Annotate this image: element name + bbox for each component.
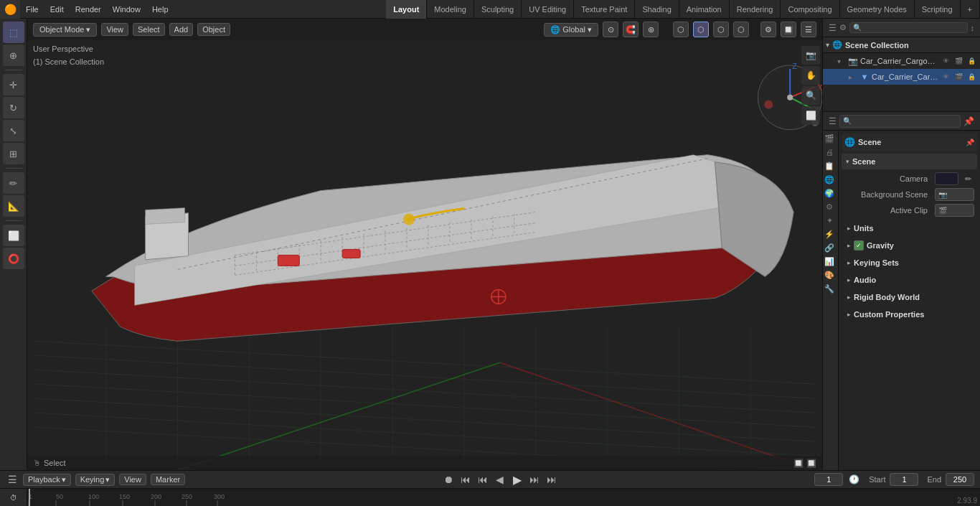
jump-end-btn[interactable]: ⏭ (545, 473, 558, 486)
record-btn[interactable]: ⏺ (442, 473, 455, 486)
tool-add-circle[interactable]: ⭕ (3, 248, 24, 269)
keying-sets-header[interactable]: ▸ Keying Sets (842, 256, 977, 270)
custom-props-header[interactable]: ▸ Custom Properties (842, 307, 977, 322)
props-tab-modifiers[interactable]: 🔧 (823, 282, 836, 295)
tab-texture-paint[interactable]: Texture Paint (574, 0, 635, 19)
outliner-item-1[interactable]: ▸ ▼ Car_Carrier_Cargo_Ship_ 👁 🎬 🔒 (823, 69, 980, 85)
outliner-item-0[interactable]: ▾ 📷 Car_Carrier_Cargo_Ship 👁 🎬 🔒 (823, 53, 980, 69)
props-tab-physics[interactable]: ⚡ (823, 228, 836, 240)
tool-scale[interactable]: ⤡ (3, 120, 24, 141)
object-mode-button[interactable]: Object Mode ▾ (33, 23, 97, 37)
scene-pin-btn[interactable]: 📌 (966, 139, 974, 146)
props-tab-render[interactable]: 🎬 (823, 132, 836, 145)
overlay-toggle-button[interactable]: ☰ (801, 22, 816, 37)
tab-shading[interactable]: Shading (635, 0, 679, 19)
next-keyframe-btn[interactable]: ⏭ (528, 473, 541, 486)
viewport-options-button[interactable]: ⚙ (760, 22, 776, 37)
props-tab-scene[interactable]: 🌐 (823, 173, 836, 186)
object-menu-button[interactable]: Object (197, 23, 230, 36)
tab-add[interactable]: + (961, 0, 980, 19)
proportional-edit-button[interactable]: ⊚ (643, 22, 659, 37)
view-button[interactable]: View (119, 474, 146, 485)
viewport-shading-solid[interactable]: ⬡ (693, 22, 709, 37)
select-menu-button[interactable]: Select (133, 23, 165, 36)
camera-dropper-btn[interactable]: ✏ (961, 172, 974, 185)
props-tab-view-layer[interactable]: 📋 (823, 159, 836, 172)
start-frame-input[interactable]: 1 (890, 473, 918, 486)
filter-icon[interactable]: ⚙ (839, 23, 847, 32)
viewport-shading-material[interactable]: ⬡ (713, 22, 729, 37)
menu-edit[interactable]: Edit (44, 0, 70, 19)
props-menu-icon[interactable]: ☰ (829, 116, 837, 126)
menu-file[interactable]: File (20, 0, 44, 19)
tool-transform[interactable]: ⊞ (3, 143, 24, 164)
tab-modeling[interactable]: Modeling (427, 0, 474, 19)
props-tab-data[interactable]: 📊 (823, 255, 836, 268)
rigid-body-header[interactable]: ▸ Rigid Body World (842, 290, 977, 304)
tool-measure[interactable]: 📐 (3, 195, 24, 217)
active-clip-value[interactable]: 🎬 (935, 204, 974, 217)
visibility-toggle-1[interactable]: 👁 (940, 71, 951, 83)
props-tab-world[interactable]: 🌍 (823, 187, 836, 200)
menu-help[interactable]: Help (146, 0, 174, 19)
viewport-3d[interactable]: Object Mode ▾ View Select Add Object 🌐 G… (27, 19, 822, 470)
render-toggle-1[interactable]: 🎬 (953, 71, 964, 83)
view-menu-button[interactable]: View (101, 23, 128, 36)
props-search-input[interactable] (839, 115, 961, 128)
snap-button[interactable]: 🧲 (623, 22, 639, 37)
props-tab-particles[interactable]: ✦ (823, 214, 836, 227)
tab-layout[interactable]: Layout (386, 0, 427, 19)
viewport-shading-render[interactable]: ⬡ (733, 22, 749, 37)
units-header[interactable]: ▸ Units (842, 221, 977, 235)
transform-global-button[interactable]: 🌐 Global ▾ (544, 23, 598, 37)
menu-window[interactable]: Window (107, 0, 146, 19)
tool-add-cube[interactable]: ⬜ (3, 225, 24, 246)
camera-value[interactable] (935, 172, 958, 185)
play-btn[interactable]: ▶ (511, 473, 524, 486)
viewport-move-btn[interactable]: ✋ (801, 66, 820, 85)
render-toggle-0[interactable]: 🎬 (953, 55, 964, 67)
visibility-toggle-0[interactable]: 👁 (940, 55, 951, 67)
add-menu-button[interactable]: Add (169, 23, 194, 36)
current-frame-input[interactable]: 1 (814, 473, 843, 486)
tool-move[interactable]: ✛ (3, 74, 24, 95)
end-frame-input[interactable]: 250 (946, 473, 974, 486)
tool-rotate[interactable]: ↻ (3, 97, 24, 118)
jump-start-btn[interactable]: ⏮ (459, 473, 472, 486)
gravity-header[interactable]: ▸ ✓ Gravity (842, 238, 977, 253)
audio-header[interactable]: ▸ Audio (842, 273, 977, 287)
tool-select-box[interactable]: ⬚ (3, 22, 24, 43)
props-tab-constraints[interactable]: 🔗 (823, 241, 836, 254)
play-reverse-btn[interactable]: ◀ (494, 473, 507, 486)
props-tab-output[interactable]: 🖨 (823, 146, 836, 159)
viewport-shading-wire[interactable]: ⬡ (673, 22, 689, 37)
timeline-menu-icon[interactable]: ☰ (6, 473, 19, 486)
tab-uv-editing[interactable]: UV Editing (522, 0, 574, 19)
playback-button[interactable]: Playback ▾ (23, 474, 71, 486)
tab-rendering[interactable]: Rendering (730, 0, 781, 19)
pivot-point-button[interactable]: ⊙ (603, 22, 618, 37)
gravity-checkbox[interactable]: ✓ (854, 240, 864, 250)
lock-toggle-1[interactable]: 🔒 (966, 71, 977, 83)
lock-toggle-0[interactable]: 🔒 (966, 55, 977, 67)
tab-animation[interactable]: Animation (679, 0, 730, 19)
marker-button[interactable]: Marker (151, 474, 185, 485)
timeline-ruler[interactable]: 1 50 100 150 200 250 300 (0, 489, 980, 506)
keying-button[interactable]: Keying ▾ (75, 474, 116, 486)
gizmo-toggle-button[interactable]: 🔲 (781, 22, 796, 37)
tab-sculpting[interactable]: Sculpting (474, 0, 522, 19)
props-tab-object[interactable]: ⚙ (823, 200, 836, 213)
tab-geometry-nodes[interactable]: Geometry Nodes (840, 0, 915, 19)
sort-icon[interactable]: ↕ (971, 24, 975, 32)
tab-compositing[interactable]: Compositing (781, 0, 839, 19)
scene-subsection-header[interactable]: ▾ Scene (842, 154, 977, 169)
background-scene-value[interactable]: 📷 (935, 188, 974, 201)
outliner-search-input[interactable] (849, 22, 968, 33)
outliner-menu-icon[interactable]: ☰ (829, 23, 837, 33)
viewport-zoom-btn[interactable]: 🔍 (801, 86, 820, 105)
viewport-camera-btn[interactable]: 📷 (801, 46, 820, 65)
props-pin-icon[interactable]: 📌 (963, 116, 974, 126)
viewport-ortho-btn[interactable]: ⬜ (801, 106, 820, 125)
props-tab-material[interactable]: 🎨 (823, 268, 836, 281)
tab-scripting[interactable]: Scripting (915, 0, 961, 19)
